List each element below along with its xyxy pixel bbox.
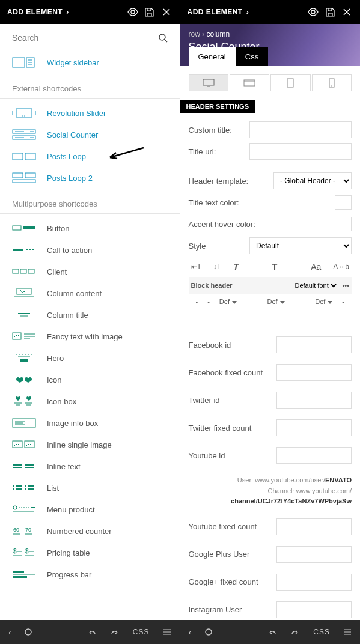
sidebar-item-progress-bar[interactable]: Progress bar [0,564,180,585]
header-template-select[interactable]: - Global Header - [273,172,352,189]
back-icon[interactable]: ‹ [8,628,11,637]
add-element-button-left[interactable]: ADD ELEMENT › [7,8,69,16]
device-tablet[interactable] [270,74,310,91]
dash-2: - [207,298,210,305]
tab-general[interactable]: General [189,47,236,66]
google-plus-fixed-input[interactable] [276,574,352,591]
svg-text:70: 70 [25,527,31,533]
close-icon[interactable] [341,6,353,18]
sidebar-item-label: Pricing table [47,548,90,557]
sidebar-item-numbered-counter[interactable]: 6070Numbered counter [0,520,180,542]
sidebar-item-column-content[interactable]: Column content [0,282,180,304]
fancy-text-icon [12,330,36,342]
instagram-user-input[interactable] [276,601,352,618]
social-counter-icon [12,129,36,141]
sidebar-item-posts-loop-2[interactable]: Posts Loop 2 [0,167,180,189]
line-height-icon[interactable]: ↕T [213,263,221,271]
add-element-button-right[interactable]: ADD ELEMENT › [188,8,249,16]
list-icon[interactable] [163,628,171,636]
eye-icon[interactable] [307,6,319,18]
title-url-label: Title url: [189,147,250,156]
sidebar-item-call-to-action[interactable]: Call to action [0,239,180,261]
sidebar-item-client[interactable]: Client [0,261,180,282]
sidebar-item-fancy-text[interactable]: Fancy text with image [0,326,180,347]
search-input[interactable] [12,33,158,43]
circle-icon[interactable] [24,628,32,636]
sidebar-item-label: List [47,484,59,493]
svg-rect-26 [28,269,34,273]
save-icon[interactable] [144,6,156,18]
default-font-select[interactable]: Default font [292,281,338,290]
accent-hover-swatch[interactable] [335,217,352,231]
search-icon[interactable] [158,33,168,43]
sidebar-item-icon-box[interactable]: Icon box [0,390,180,412]
youtube-fixed-input[interactable] [276,518,352,535]
add-element-label: ADD ELEMENT [188,8,243,16]
list-icon[interactable] [343,628,352,636]
youtube-id-input[interactable] [276,447,352,464]
letter-spacing-icon[interactable]: A↔b [333,263,349,271]
section-external: External shortcodes [0,73,180,99]
font-size-icon[interactable]: ⇤T [191,263,201,271]
sidebar-item-revolution-slider[interactable]: Revolution Slider [0,102,180,124]
sidebar-item-hero[interactable]: Hero [0,347,180,369]
widget-sidebar-item[interactable]: Widget sidebar [0,52,180,73]
device-tablet-landscape[interactable] [230,74,269,91]
svg-rect-47 [25,441,34,448]
sidebar-item-list[interactable]: List [0,477,180,499]
italic-icon[interactable]: T [233,262,239,272]
facebook-id-input[interactable] [276,336,352,353]
svg-rect-16 [25,153,35,160]
def-select-3[interactable]: Def [315,298,332,305]
title-text-color-swatch[interactable] [335,195,352,210]
sidebar-item-icon[interactable]: Icon [0,369,180,390]
font-case-icon[interactable]: Aa [311,262,321,272]
sidebar-item-label: Hero [47,354,64,363]
style-select[interactable]: Default [249,237,352,254]
device-phone[interactable] [312,74,352,91]
pricing-table-icon: $$ [12,547,36,559]
sidebar-item-column-title[interactable]: Column title [0,304,180,326]
sidebar-item-label: Button [47,224,70,233]
undo-icon[interactable] [87,628,97,636]
twitter-fixed-input[interactable] [276,419,352,436]
sidebar-item-label: Social Counter [47,130,98,139]
device-desktop[interactable] [189,74,228,91]
css-link[interactable]: CSS [133,628,150,636]
sidebar-item-inline-single-image[interactable]: Inline single image [0,434,180,455]
bold-icon[interactable]: T [272,262,278,272]
undo-icon[interactable] [267,628,277,636]
title-url-input[interactable] [249,143,352,160]
sidebar-item-label: Client [47,267,67,276]
sidebar-item-label: Posts Loop 2 [47,174,93,183]
add-element-label: ADD ELEMENT [7,8,63,16]
sidebar-item-button[interactable]: Button [0,217,180,239]
def-select-1[interactable]: Def [219,298,237,305]
save-icon[interactable] [324,6,336,18]
sidebar-item-pricing-table[interactable]: $$Pricing table [0,542,180,564]
back-icon[interactable]: ‹ [189,628,191,637]
circle-icon[interactable] [204,628,213,636]
sidebar-item-label: Inline single image [47,440,112,449]
facebook-fixed-input[interactable] [276,364,352,381]
redo-icon[interactable] [110,628,120,636]
sidebar-item-label: Numbered counter [47,527,112,536]
list-icon [12,482,36,494]
close-icon[interactable] [160,6,172,18]
def-select-2[interactable]: Def [267,298,285,305]
tab-css[interactable]: Css [236,47,268,66]
css-link[interactable]: CSS [313,628,330,636]
sidebar-item-image-info-box[interactable]: Image info box [0,412,180,434]
sidebar-item-social-counter[interactable]: Social Counter [0,124,180,145]
sidebar-item-posts-loop[interactable]: Posts Loop [0,145,180,167]
more-icon[interactable]: ••• [342,282,349,289]
redo-icon[interactable] [290,628,300,636]
eye-icon[interactable] [127,6,139,18]
sidebar-item-inline-text[interactable]: Inline text [0,455,180,477]
custom-title-input[interactable] [249,121,352,138]
google-plus-input[interactable] [276,546,352,563]
sidebar-item-menu-product[interactable]: Menu product [0,499,180,520]
facebook-fixed-label: Facebook fixed count [189,368,277,377]
svg-rect-76 [13,576,27,578]
twitter-id-input[interactable] [276,392,352,409]
